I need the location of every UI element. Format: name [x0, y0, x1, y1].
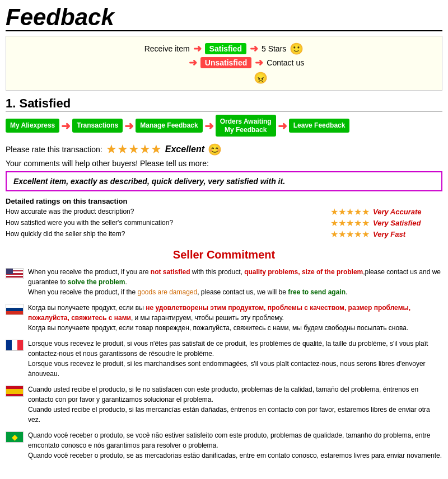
- flow-sad-emoji: 😠: [254, 71, 268, 84]
- highlight-ru-1: не удовлетворены этим продуктом, проблем…: [28, 304, 410, 322]
- commitment-fr: Lorsque vous recevez le produit, si vous…: [6, 339, 442, 379]
- detail-label-3: How quickly did the seller ship the item…: [6, 230, 330, 238]
- flag-fr: [6, 340, 24, 351]
- detail-row-3: How quickly did the seller ship the item…: [6, 229, 442, 240]
- step-arrow-3: ➜: [204, 119, 214, 133]
- flow-arrow-3: ➜: [189, 57, 197, 69]
- detailed-heading: Detailed ratings on this transaction: [6, 197, 442, 205]
- detailed-ratings: Detailed ratings on this transaction How…: [6, 197, 442, 240]
- flow-five-stars: 5 Stars: [262, 44, 286, 53]
- detail-rating-2: Very Satisfied: [373, 219, 421, 227]
- commitment-ru: Когда вы получаете продукт, если вы не у…: [6, 303, 442, 333]
- flow-satisfied: Satisfied: [205, 43, 246, 54]
- detail-label-1: How accurate was the product description…: [6, 208, 330, 215]
- steps-flow: My Aliexpress ➜ Transactions ➜ Manage Fe…: [6, 115, 442, 137]
- flow-unsatisfied: Unsatisfied: [200, 57, 251, 68]
- commitment-text-ru: Когда вы получаете продукт, если вы не у…: [28, 303, 442, 333]
- detail-stars-2: ★★★★★: [330, 218, 370, 228]
- commitment-br: Quando você receber o produto, se você n…: [6, 430, 442, 461]
- commitment-text-fr: Lorsque vous recevez le produit, si vous…: [28, 339, 442, 379]
- detail-right-2: ★★★★★ Very Satisfied: [330, 218, 442, 228]
- step-manage-feedback[interactable]: Manage Feedback: [136, 119, 202, 132]
- rating-line: Please rate this transaction: ★★★★★ Exce…: [6, 142, 442, 157]
- step-transactions[interactable]: Transactions: [72, 119, 123, 132]
- flag-ru: [6, 304, 24, 315]
- rating-stars: ★★★★★: [106, 142, 162, 157]
- flag-us: [6, 268, 24, 279]
- highlight-quality: quality problems, size of the problem: [244, 268, 363, 276]
- commitment-text-es: Cuando usted recibe el producto, si le n…: [28, 384, 442, 425]
- flow-happy-emoji: 🙂: [290, 42, 304, 55]
- detail-right-3: ★★★★★ Very Fast: [330, 229, 442, 240]
- detail-rating-1: Very Accurate: [373, 208, 421, 216]
- highlight-solve: solve the problem: [68, 278, 125, 286]
- detail-row-1: How accurate was the product description…: [6, 206, 442, 217]
- step-arrow-2: ➜: [124, 119, 134, 133]
- seller-commitment-heading: Seller Commitment: [6, 248, 442, 261]
- step-arrow-1: ➜: [61, 119, 71, 133]
- step-arrow-4: ➜: [278, 119, 287, 133]
- flow-contact-us: Contact us: [267, 58, 304, 67]
- step-leave-feedback[interactable]: Leave Feedback: [289, 119, 350, 132]
- rate-label: Please rate this transaction:: [6, 145, 102, 154]
- flow-receive-item: Receive item: [144, 44, 190, 53]
- detail-stars-1: ★★★★★: [330, 206, 370, 217]
- detail-label-2: How satisfied were you with the seller's…: [6, 219, 330, 227]
- comments-line: Your comments will help other buyers! Pl…: [6, 159, 442, 168]
- step-orders-awaiting[interactable]: Orders AwaitingMy Feedback: [216, 115, 276, 137]
- detail-right-1: ★★★★★ Very Accurate: [330, 206, 442, 217]
- highlight-damaged: goods are damaged: [137, 288, 197, 296]
- flow-diagram: Receive item ➜ Satisfied ➜ 5 Stars 🙂 ➜ U…: [6, 36, 442, 91]
- flow-arrow-1: ➜: [193, 43, 202, 55]
- page-title: Feedback: [6, 4, 442, 31]
- flag-br: [6, 431, 24, 443]
- flag-es: [6, 386, 24, 397]
- detail-rating-3: Very Fast: [373, 230, 405, 238]
- commitment-text-en: When you receive the product, if you are…: [28, 267, 442, 297]
- excellent-label: Excellent: [165, 144, 204, 154]
- flow-arrow-4: ➜: [255, 57, 263, 69]
- detail-stars-3: ★★★★★: [330, 229, 370, 240]
- highlight-not-satisfied: not satisfied: [151, 268, 190, 276]
- step-my-aliexpress[interactable]: My Aliexpress: [6, 119, 59, 132]
- comment-box: Excellent item, exactly as described, qu…: [6, 171, 442, 191]
- section1-heading: 1. Satisfied: [6, 96, 442, 111]
- commitment-es: Cuando usted recibe el producto, si le n…: [6, 384, 442, 425]
- flow-arrow-2: ➜: [250, 43, 258, 55]
- commitment-en: When you receive the product, if you are…: [6, 267, 442, 297]
- commitment-text-br: Quando você receber o produto, se você n…: [28, 430, 442, 461]
- rating-emoji: 😊: [208, 143, 222, 156]
- highlight-free-send: free to send again: [288, 288, 346, 296]
- detail-row-2: How satisfied were you with the seller's…: [6, 218, 442, 228]
